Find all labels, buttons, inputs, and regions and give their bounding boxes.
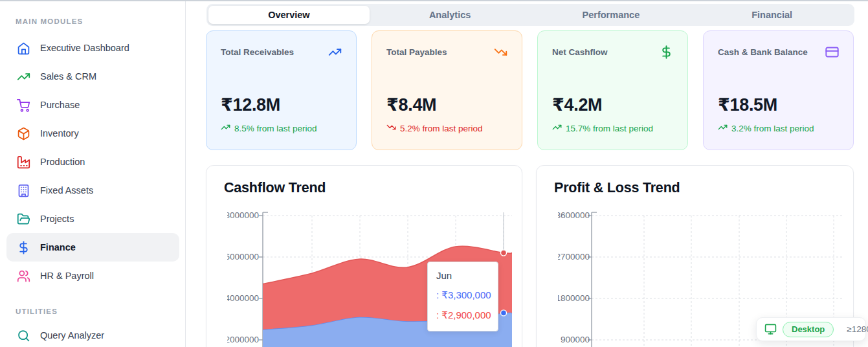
kpi-value: ₹18.5M bbox=[718, 95, 777, 115]
kpi-delta: 8.5% from last period bbox=[221, 122, 317, 134]
sidebar-item-label: Executive Dashboard bbox=[40, 43, 129, 53]
kpi-delta: 3.2% from last period bbox=[718, 122, 814, 134]
kpi-delta: 5.2% from last period bbox=[386, 122, 483, 134]
dollar-icon bbox=[17, 241, 30, 254]
kpi-card-cash-bank-balance[interactable]: Cash & Bank Balance₹18.5M3.2% from last … bbox=[703, 30, 854, 150]
dollar-icon bbox=[660, 45, 673, 59]
tab-overview[interactable]: Overview bbox=[208, 6, 370, 24]
sidebar-item-finance[interactable]: Finance bbox=[6, 233, 179, 262]
monitor-icon bbox=[764, 323, 777, 335]
tooltip-inflow-value: : ₹3,300,000 bbox=[436, 289, 498, 301]
trending-down-icon bbox=[386, 122, 396, 134]
sidebar-item-label: Sales & CRM bbox=[40, 71, 96, 82]
sidebar-item-label: Finance bbox=[40, 242, 76, 252]
kpi-card-net-cashflow[interactable]: Net Cashflow₹4.2M15.7% from last period bbox=[537, 30, 688, 150]
y-axis-tick-label: 8000000 bbox=[227, 210, 259, 221]
sidebar-item-sales-crm[interactable]: Sales & CRM bbox=[6, 62, 179, 91]
kpi-delta-text: 15.7% from last period bbox=[566, 124, 653, 133]
credit-card-icon bbox=[825, 45, 839, 59]
kpi-delta-text: 8.5% from last period bbox=[234, 124, 317, 133]
kpi-value: ₹12.8M bbox=[221, 95, 280, 115]
kpi-delta: 15.7% from last period bbox=[552, 122, 653, 134]
sidebar-item-production[interactable]: Production bbox=[6, 148, 179, 176]
cashflow-trend-card: Cashflow Trend 8000000600000040000002000… bbox=[206, 165, 522, 347]
kpi-delta-text: 3.2% from last period bbox=[731, 124, 814, 133]
sidebar-section-main-modules: MAIN MODULES bbox=[16, 17, 83, 25]
sidebar-item-label: HR & Payroll bbox=[40, 271, 94, 281]
kpi-value: ₹4.2M bbox=[552, 95, 602, 115]
sidebar-item-inventory[interactable]: Inventory bbox=[6, 119, 179, 148]
tooltip-month-label: Jun bbox=[436, 270, 498, 281]
sidebar-item-label: Query Analyzer bbox=[40, 330, 104, 341]
dashboard-tabs: Overview Analytics Performance Financial bbox=[206, 4, 854, 26]
y-axis-tick-label: 1800000 bbox=[558, 293, 590, 304]
sidebar-item-label: Purchase bbox=[40, 100, 80, 110]
tab-analytics[interactable]: Analytics bbox=[370, 6, 531, 24]
y-axis-tick-label: 3600000 bbox=[558, 210, 590, 221]
sidebar-item-fixed-assets[interactable]: Fixed Assets bbox=[6, 176, 179, 205]
trending-up-icon bbox=[552, 122, 562, 134]
users-icon bbox=[17, 269, 30, 283]
factory-icon bbox=[17, 155, 30, 169]
top-border bbox=[0, 0, 868, 1]
sidebar-item-projects[interactable]: Projects bbox=[6, 205, 179, 233]
trending-up-icon bbox=[17, 70, 30, 84]
home-icon bbox=[17, 41, 30, 55]
trending-down-icon bbox=[494, 45, 507, 59]
kpi-label: Total Payables bbox=[386, 47, 447, 57]
breakpoint-range-label: ≥1280px bbox=[847, 324, 868, 334]
cashflow-tooltip: Jun : ₹3,300,000 : ₹2,900,000 bbox=[427, 262, 498, 331]
trending-up-icon bbox=[328, 45, 342, 59]
sidebar: MAIN MODULES UTILITIES Executive Dashboa… bbox=[0, 0, 186, 347]
sidebar-item-query-analyzer[interactable]: Query Analyzer bbox=[6, 321, 179, 347]
kpi-value: ₹8.4M bbox=[386, 95, 436, 115]
shopping-cart-icon bbox=[17, 98, 30, 112]
y-axis-tick-label: 6000000 bbox=[227, 252, 259, 262]
device-pill: Desktop bbox=[783, 322, 834, 337]
sidebar-item-label: Production bbox=[40, 157, 85, 167]
breakpoint-badge: Desktop ≥1280px bbox=[756, 317, 866, 341]
y-axis-tick-label: 2700000 bbox=[558, 252, 590, 262]
y-axis-tick-label: 900000 bbox=[558, 335, 590, 345]
sidebar-item-label: Projects bbox=[40, 214, 74, 224]
sidebar-item-label: Fixed Assets bbox=[40, 185, 93, 196]
sidebar-item-executive-dashboard[interactable]: Executive Dashboard bbox=[6, 34, 179, 62]
kpi-label: Cash & Bank Balance bbox=[718, 47, 808, 57]
package-icon bbox=[17, 127, 30, 140]
kpi-label: Total Receivables bbox=[221, 47, 294, 57]
y-axis-tick-label: 4000000 bbox=[227, 293, 259, 304]
kpi-card-total-payables[interactable]: Total Payables₹8.4M5.2% from last period bbox=[372, 30, 522, 150]
sidebar-item-purchase[interactable]: Purchase bbox=[6, 91, 179, 119]
trending-up-icon bbox=[718, 122, 728, 134]
y-axis-tick-label: 2000000 bbox=[227, 335, 259, 345]
folder-open-icon bbox=[17, 212, 30, 226]
kpi-card-total-receivables[interactable]: Total Receivables₹12.8M8.5% from last pe… bbox=[206, 30, 357, 150]
sidebar-item-label: Inventory bbox=[40, 128, 79, 139]
kpi-delta-text: 5.2% from last period bbox=[400, 124, 483, 133]
tab-financial[interactable]: Financial bbox=[691, 6, 852, 24]
tooltip-outflow-value: : ₹2,900,000 bbox=[436, 309, 498, 321]
kpi-label: Net Cashflow bbox=[552, 47, 608, 57]
tab-performance[interactable]: Performance bbox=[531, 6, 692, 24]
sidebar-section-utilities: UTILITIES bbox=[16, 308, 58, 315]
search-icon bbox=[17, 329, 30, 342]
trending-up-icon bbox=[221, 122, 230, 134]
sidebar-item-hr-payroll[interactable]: HR & Payroll bbox=[6, 262, 179, 290]
building-icon bbox=[17, 184, 30, 197]
